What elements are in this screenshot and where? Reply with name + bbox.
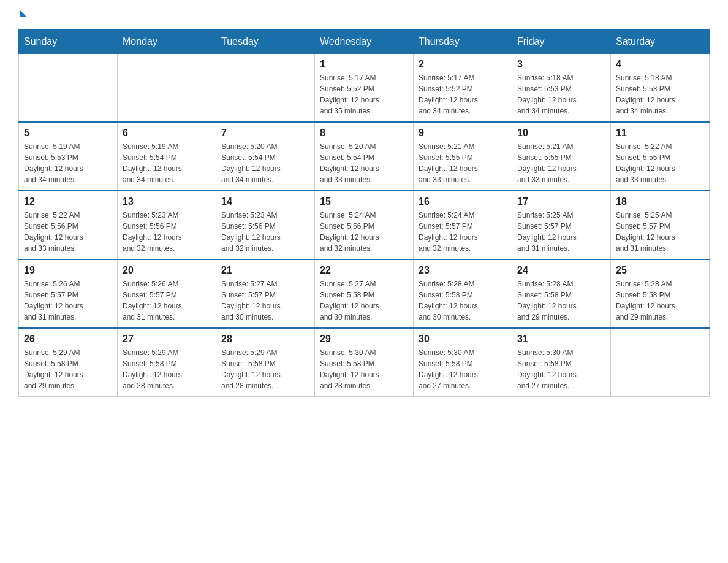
- day-header-monday: Monday: [118, 30, 216, 54]
- calendar-cell: 22Sunrise: 5:27 AMSunset: 5:58 PMDayligh…: [315, 259, 414, 328]
- day-number: 11: [616, 128, 704, 139]
- day-number: 29: [320, 334, 408, 345]
- day-info: Sunrise: 5:30 AMSunset: 5:58 PMDaylight:…: [419, 347, 507, 391]
- day-number: 21: [221, 265, 309, 276]
- calendar-cell: 23Sunrise: 5:28 AMSunset: 5:58 PMDayligh…: [414, 259, 512, 328]
- calendar-cell: 10Sunrise: 5:21 AMSunset: 5:55 PMDayligh…: [512, 122, 611, 191]
- day-number: 27: [123, 334, 211, 345]
- day-header-thursday: Thursday: [414, 30, 512, 54]
- day-info: Sunrise: 5:26 AMSunset: 5:57 PMDaylight:…: [123, 278, 211, 323]
- calendar-cell: 7Sunrise: 5:20 AMSunset: 5:54 PMDaylight…: [216, 122, 315, 191]
- page-header: [18, 12, 710, 17]
- day-number: 2: [419, 59, 507, 70]
- day-number: 16: [419, 196, 507, 207]
- day-info: Sunrise: 5:29 AMSunset: 5:58 PMDaylight:…: [221, 347, 309, 391]
- day-info: Sunrise: 5:22 AMSunset: 5:55 PMDaylight:…: [616, 141, 704, 185]
- day-number: 6: [123, 128, 211, 139]
- calendar-cell: 14Sunrise: 5:23 AMSunset: 5:56 PMDayligh…: [216, 191, 315, 259]
- day-number: 9: [419, 128, 507, 139]
- day-number: 30: [419, 334, 507, 345]
- day-info: Sunrise: 5:25 AMSunset: 5:57 PMDaylight:…: [616, 210, 704, 254]
- calendar-week-row: 19Sunrise: 5:26 AMSunset: 5:57 PMDayligh…: [19, 259, 710, 328]
- calendar-cell: [611, 328, 710, 397]
- day-info: Sunrise: 5:23 AMSunset: 5:56 PMDaylight:…: [123, 210, 211, 254]
- calendar-cell: 16Sunrise: 5:24 AMSunset: 5:57 PMDayligh…: [414, 191, 512, 259]
- day-info: Sunrise: 5:21 AMSunset: 5:55 PMDaylight:…: [517, 141, 605, 185]
- day-info: Sunrise: 5:20 AMSunset: 5:54 PMDaylight:…: [320, 141, 408, 185]
- calendar-cell: [216, 54, 315, 123]
- day-number: 25: [616, 265, 704, 276]
- calendar-cell: 4Sunrise: 5:18 AMSunset: 5:53 PMDaylight…: [611, 54, 710, 123]
- logo-arrow-icon: [20, 10, 27, 17]
- day-info: Sunrise: 5:19 AMSunset: 5:54 PMDaylight:…: [123, 141, 211, 185]
- day-number: 26: [24, 334, 112, 345]
- day-number: 3: [517, 59, 605, 70]
- day-info: Sunrise: 5:23 AMSunset: 5:56 PMDaylight:…: [221, 210, 309, 254]
- calendar-cell: 17Sunrise: 5:25 AMSunset: 5:57 PMDayligh…: [512, 191, 611, 259]
- day-header-sunday: Sunday: [19, 30, 118, 54]
- day-number: 8: [320, 128, 408, 139]
- day-number: 20: [123, 265, 211, 276]
- day-header-tuesday: Tuesday: [216, 30, 315, 54]
- day-info: Sunrise: 5:24 AMSunset: 5:57 PMDaylight:…: [419, 210, 507, 254]
- calendar-header-row: SundayMondayTuesdayWednesdayThursdayFrid…: [19, 30, 710, 54]
- calendar-cell: 3Sunrise: 5:18 AMSunset: 5:53 PMDaylight…: [512, 54, 611, 123]
- day-header-wednesday: Wednesday: [315, 30, 414, 54]
- calendar-cell: 15Sunrise: 5:24 AMSunset: 5:56 PMDayligh…: [315, 191, 414, 259]
- day-info: Sunrise: 5:28 AMSunset: 5:58 PMDaylight:…: [419, 278, 507, 323]
- calendar-cell: 9Sunrise: 5:21 AMSunset: 5:55 PMDaylight…: [414, 122, 512, 191]
- calendar-cell: 18Sunrise: 5:25 AMSunset: 5:57 PMDayligh…: [611, 191, 710, 259]
- day-number: 28: [221, 334, 309, 345]
- day-info: Sunrise: 5:30 AMSunset: 5:58 PMDaylight:…: [517, 347, 605, 391]
- calendar-cell: 26Sunrise: 5:29 AMSunset: 5:58 PMDayligh…: [19, 328, 118, 397]
- calendar-week-row: 1Sunrise: 5:17 AMSunset: 5:52 PMDaylight…: [19, 54, 710, 123]
- day-info: Sunrise: 5:18 AMSunset: 5:53 PMDaylight:…: [517, 72, 605, 117]
- day-info: Sunrise: 5:27 AMSunset: 5:57 PMDaylight:…: [221, 278, 309, 323]
- calendar-cell: 21Sunrise: 5:27 AMSunset: 5:57 PMDayligh…: [216, 259, 315, 328]
- day-header-friday: Friday: [512, 30, 611, 54]
- calendar-week-row: 5Sunrise: 5:19 AMSunset: 5:53 PMDaylight…: [19, 122, 710, 191]
- day-number: 5: [24, 128, 112, 139]
- calendar-cell: 8Sunrise: 5:20 AMSunset: 5:54 PMDaylight…: [315, 122, 414, 191]
- calendar-table: SundayMondayTuesdayWednesdayThursdayFrid…: [18, 29, 710, 397]
- day-info: Sunrise: 5:20 AMSunset: 5:54 PMDaylight:…: [221, 141, 309, 185]
- day-number: 7: [221, 128, 309, 139]
- calendar-cell: [118, 54, 216, 123]
- day-number: 23: [419, 265, 507, 276]
- calendar-cell: 28Sunrise: 5:29 AMSunset: 5:58 PMDayligh…: [216, 328, 315, 397]
- calendar-cell: 5Sunrise: 5:19 AMSunset: 5:53 PMDaylight…: [19, 122, 118, 191]
- day-number: 15: [320, 196, 408, 207]
- day-info: Sunrise: 5:28 AMSunset: 5:58 PMDaylight:…: [616, 278, 704, 323]
- day-number: 22: [320, 265, 408, 276]
- day-info: Sunrise: 5:29 AMSunset: 5:58 PMDaylight:…: [24, 347, 112, 391]
- day-number: 1: [320, 59, 408, 70]
- calendar-cell: [19, 54, 118, 123]
- day-number: 4: [616, 59, 704, 70]
- day-info: Sunrise: 5:30 AMSunset: 5:58 PMDaylight:…: [320, 347, 408, 391]
- calendar-cell: 11Sunrise: 5:22 AMSunset: 5:55 PMDayligh…: [611, 122, 710, 191]
- calendar-cell: 29Sunrise: 5:30 AMSunset: 5:58 PMDayligh…: [315, 328, 414, 397]
- day-info: Sunrise: 5:18 AMSunset: 5:53 PMDaylight:…: [616, 72, 704, 117]
- day-info: Sunrise: 5:26 AMSunset: 5:57 PMDaylight:…: [24, 278, 112, 323]
- day-info: Sunrise: 5:19 AMSunset: 5:53 PMDaylight:…: [24, 141, 112, 185]
- day-info: Sunrise: 5:29 AMSunset: 5:58 PMDaylight:…: [123, 347, 211, 391]
- day-info: Sunrise: 5:28 AMSunset: 5:58 PMDaylight:…: [517, 278, 605, 323]
- day-number: 24: [517, 265, 605, 276]
- day-info: Sunrise: 5:21 AMSunset: 5:55 PMDaylight:…: [419, 141, 507, 185]
- calendar-week-row: 12Sunrise: 5:22 AMSunset: 5:56 PMDayligh…: [19, 191, 710, 259]
- day-number: 10: [517, 128, 605, 139]
- day-number: 18: [616, 196, 704, 207]
- day-header-saturday: Saturday: [611, 30, 710, 54]
- day-info: Sunrise: 5:17 AMSunset: 5:52 PMDaylight:…: [320, 72, 408, 117]
- calendar-week-row: 26Sunrise: 5:29 AMSunset: 5:58 PMDayligh…: [19, 328, 710, 397]
- calendar-cell: 2Sunrise: 5:17 AMSunset: 5:52 PMDaylight…: [414, 54, 512, 123]
- calendar-cell: 12Sunrise: 5:22 AMSunset: 5:56 PMDayligh…: [19, 191, 118, 259]
- calendar-header: SundayMondayTuesdayWednesdayThursdayFrid…: [19, 30, 710, 54]
- logo: [18, 12, 27, 17]
- calendar-cell: 25Sunrise: 5:28 AMSunset: 5:58 PMDayligh…: [611, 259, 710, 328]
- day-number: 14: [221, 196, 309, 207]
- calendar-cell: 6Sunrise: 5:19 AMSunset: 5:54 PMDaylight…: [118, 122, 216, 191]
- day-info: Sunrise: 5:22 AMSunset: 5:56 PMDaylight:…: [24, 210, 112, 254]
- day-number: 31: [517, 334, 605, 345]
- day-info: Sunrise: 5:27 AMSunset: 5:58 PMDaylight:…: [320, 278, 408, 323]
